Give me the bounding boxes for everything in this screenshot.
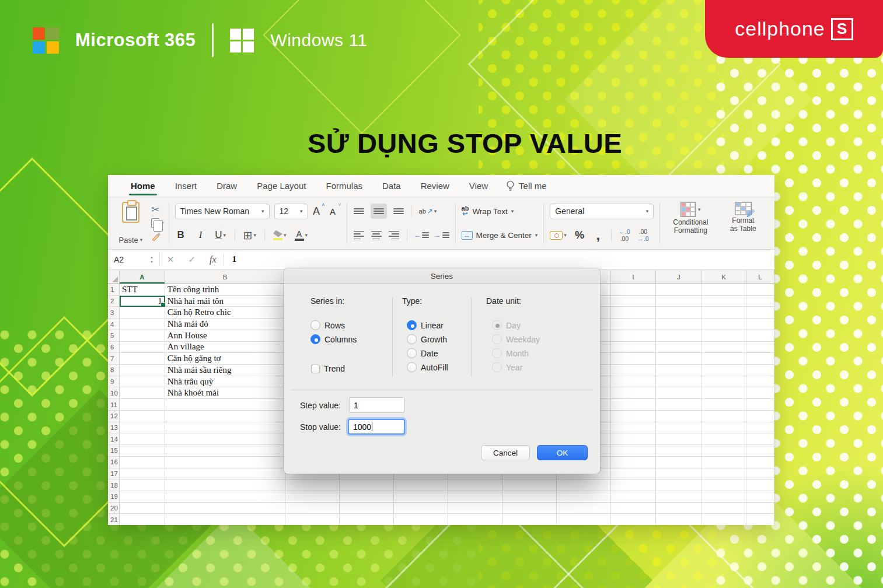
format-painter-icon[interactable]	[151, 230, 164, 243]
radio-date[interactable]: Date	[407, 348, 438, 358]
cell[interactable]	[120, 330, 165, 342]
cell[interactable]	[656, 376, 701, 388]
row-header[interactable]: 5	[108, 330, 120, 342]
underline-button[interactable]: U▾	[215, 228, 226, 243]
cell[interactable]	[394, 480, 448, 491]
cell[interactable]	[656, 422, 701, 434]
cell[interactable]	[120, 307, 165, 318]
decrease-decimal-button[interactable]: ←.0.00	[619, 228, 630, 243]
cell[interactable]	[701, 422, 746, 434]
cell[interactable]	[557, 514, 611, 525]
tab-home[interactable]: Home	[121, 175, 165, 197]
cell[interactable]: Ann House	[165, 330, 286, 342]
insert-function-icon[interactable]: fx	[203, 254, 224, 265]
cell[interactable]	[165, 491, 286, 503]
shrink-font-button[interactable]: A˅	[329, 204, 341, 219]
align-top-button[interactable]	[353, 204, 365, 219]
conditional-formatting-button[interactable]: ▾ ConditionalFormatting	[666, 202, 715, 244]
cell[interactable]	[701, 342, 746, 354]
cell[interactable]	[120, 387, 165, 399]
cell[interactable]: Tên công trình	[165, 284, 286, 296]
decrease-indent-button[interactable]: ←	[414, 228, 429, 243]
row-header[interactable]: 19	[108, 491, 120, 503]
cell[interactable]	[746, 284, 774, 296]
cell[interactable]	[701, 514, 746, 525]
cell[interactable]	[656, 491, 701, 503]
cell[interactable]	[611, 284, 657, 296]
tab-view[interactable]: View	[459, 175, 498, 197]
cell[interactable]	[120, 433, 165, 445]
cell[interactable]	[611, 422, 657, 434]
tell-me-button[interactable]: Tell me	[498, 180, 555, 192]
cell[interactable]	[120, 365, 165, 376]
row-header[interactable]: 10	[108, 387, 120, 399]
cell[interactable]	[656, 342, 701, 354]
cell[interactable]: Nhà trâu quỳ	[165, 376, 286, 388]
cell[interactable]: Căn hộ găng tơ	[165, 353, 286, 365]
cell[interactable]	[611, 330, 657, 342]
tab-data[interactable]: Data	[372, 175, 411, 197]
cell[interactable]	[701, 376, 746, 388]
cell[interactable]	[611, 503, 657, 514]
row-header[interactable]: 6	[108, 342, 120, 354]
cell[interactable]	[701, 399, 746, 411]
row-header[interactable]: 18	[108, 480, 120, 491]
column-header[interactable]: K	[701, 270, 746, 284]
cell[interactable]	[746, 307, 774, 318]
cell[interactable]	[656, 457, 701, 468]
format-as-table-button[interactable]: Formatas Table	[718, 202, 767, 244]
cell[interactable]	[165, 433, 286, 445]
cell[interactable]	[165, 480, 286, 491]
cell[interactable]	[285, 491, 340, 503]
cell[interactable]	[120, 514, 165, 525]
tab-review[interactable]: Review	[411, 175, 459, 197]
cell[interactable]	[448, 491, 502, 503]
row-header[interactable]: 3	[108, 307, 120, 318]
merge-center-button[interactable]: ↔ Merge & Center▾	[462, 231, 538, 240]
cell[interactable]	[746, 480, 774, 491]
tab-insert[interactable]: Insert	[165, 175, 207, 197]
borders-button[interactable]: ⊞▾	[243, 228, 256, 243]
cell[interactable]	[701, 307, 746, 318]
cell[interactable]	[746, 318, 774, 330]
cell[interactable]	[165, 445, 286, 457]
cell[interactable]	[701, 284, 746, 296]
cell[interactable]	[448, 503, 502, 514]
cell[interactable]	[340, 503, 394, 514]
cell[interactable]	[120, 503, 165, 514]
cell[interactable]	[746, 491, 774, 503]
name-box[interactable]: A2	[108, 255, 150, 264]
radio-linear[interactable]: Linear	[407, 320, 444, 330]
radio-columns[interactable]: Columns	[310, 334, 357, 344]
cell[interactable]	[656, 411, 701, 422]
cell[interactable]	[165, 503, 286, 514]
row-header[interactable]: 2	[108, 296, 120, 307]
cell[interactable]	[394, 514, 448, 525]
percent-style-button[interactable]: %	[574, 228, 585, 243]
copy-button[interactable]: ▾	[151, 217, 164, 230]
cell[interactable]	[611, 365, 657, 376]
cell[interactable]	[557, 480, 611, 491]
cell[interactable]	[746, 514, 774, 525]
cell[interactable]	[611, 457, 657, 468]
cell[interactable]	[502, 491, 557, 503]
cell[interactable]	[701, 365, 746, 376]
step-value-input[interactable]: 1	[349, 397, 404, 413]
cell[interactable]	[746, 330, 774, 342]
cell[interactable]	[285, 503, 340, 514]
cell[interactable]	[611, 387, 657, 399]
cell[interactable]	[340, 480, 394, 491]
cell[interactable]	[701, 318, 746, 330]
confirm-entry-icon[interactable]: ✓	[182, 254, 203, 265]
cell[interactable]	[611, 491, 657, 503]
cell[interactable]	[120, 353, 165, 365]
align-middle-button[interactable]	[371, 204, 387, 219]
align-bottom-button[interactable]	[393, 204, 404, 219]
cell[interactable]	[656, 503, 701, 514]
row-header[interactable]: 4	[108, 318, 120, 330]
cell[interactable]	[502, 514, 557, 525]
cell[interactable]	[611, 376, 657, 388]
cell[interactable]	[120, 376, 165, 388]
cell[interactable]: Nhà mái sầu riêng	[165, 365, 286, 376]
cell[interactable]	[448, 480, 502, 491]
